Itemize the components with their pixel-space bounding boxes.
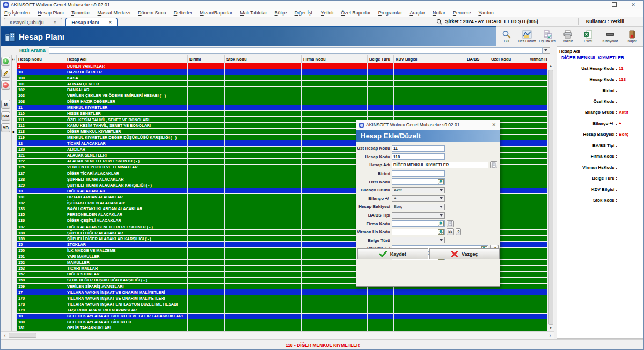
column-header-6[interactable]: Belge Türü xyxy=(368,55,394,63)
field-input[interactable] xyxy=(392,170,445,177)
menu-item-mali-tablolar[interactable]: Mali Tablolar xyxy=(236,10,270,16)
column-header-10[interactable]: Virman H xyxy=(528,55,547,63)
menu-item-pencere[interactable]: Pencere xyxy=(449,10,475,16)
maximize-icon[interactable] xyxy=(608,2,620,8)
table-row[interactable]: 100KASA xyxy=(12,75,554,81)
menu-item-yard-m[interactable]: Yardım xyxy=(474,10,497,16)
column-header-3[interactable]: Birimi xyxy=(188,55,225,63)
column-header-9[interactable]: Özel Kodu xyxy=(489,55,528,63)
edit-button[interactable] xyxy=(1,69,10,78)
table-row[interactable]: 11MENKUL KIYMETLER xyxy=(12,105,554,111)
field-input[interactable] xyxy=(392,220,445,227)
cell: 108 xyxy=(17,99,65,105)
column-header-1[interactable]: Hesap Kodu xyxy=(17,55,65,63)
field-select[interactable] xyxy=(392,212,445,219)
menu-item-defterler[interactable]: Defterler xyxy=(170,10,196,16)
table-row[interactable]: 108DİĞER HAZIR DEĞERLER xyxy=(12,99,554,105)
doc-button[interactable] xyxy=(447,220,454,227)
horizontal-scrollbar[interactable]: ‹ › xyxy=(1,331,554,339)
table-row[interactable]: 10HAZIR DEĞERLER xyxy=(12,69,554,75)
toolbar-button-hes-durum[interactable]: Hes.Durum xyxy=(517,27,537,46)
field-input[interactable]: 11 xyxy=(392,145,445,152)
scroll-down-icon[interactable]: ▼ xyxy=(549,325,552,331)
field-select[interactable] xyxy=(392,237,445,243)
vertical-scrollbar[interactable]: ▲ ▼ xyxy=(547,63,554,331)
table-row[interactable]: 181GELİR TAHAKKUKLARI xyxy=(12,325,554,331)
toolbar-button-k-sayollar[interactable]: Kısayollar xyxy=(600,27,620,46)
menu-item-ara-lar[interactable]: Araçlar xyxy=(406,10,429,16)
scroll-left-icon[interactable]: ‹ xyxy=(1,333,9,338)
toolbar-button-fi-hrk-leri[interactable]: Fiş Hrk.leri xyxy=(537,27,558,46)
scroll-up-icon[interactable]: ▲ xyxy=(549,63,552,69)
toolbar-button-yazd-r[interactable]: Yazdır xyxy=(558,27,578,46)
field-select[interactable]: Borç xyxy=(392,204,445,210)
tab-hesap-plani[interactable]: Hesap Planı ✕ xyxy=(65,18,118,26)
sidebar-button-km[interactable]: KM xyxy=(1,111,10,121)
menu-item-masraf-merkezi[interactable]: Masraf Merkezi xyxy=(94,10,135,16)
menu-item-yetkili[interactable]: Yetkili xyxy=(317,10,337,16)
menu-item-di-er-i-l-[interactable]: Diğer İşl. xyxy=(291,10,318,16)
table-row[interactable]: 180GELECEK AYLARA AİT GİDERLER xyxy=(12,319,554,325)
menu-item-programlar[interactable]: Programlar xyxy=(375,10,406,16)
toolbar-button-kapat[interactable]: Kapat xyxy=(622,27,642,46)
table-row[interactable]: 101ALINAN ÇEKLER xyxy=(12,81,554,87)
table-row[interactable]: 179TAŞERONLARA VERİLEN AVANSLAR xyxy=(12,307,554,313)
vazgec-button[interactable]: Vazgeç xyxy=(429,248,500,259)
menu-item--zel-raporlar[interactable]: Özel Raporlar xyxy=(337,10,375,16)
tab-kisayol-cubugu[interactable]: Kısayol Çubuğu ✕ xyxy=(4,18,62,26)
lookup-icon[interactable] xyxy=(438,179,444,184)
info-field-label: Özel Kodu : xyxy=(559,99,617,104)
table-row[interactable]: 178YILLARA YAYGIN İNŞAAT ENFLASYON DÜZEL… xyxy=(12,301,554,307)
menu-item-tan-mlar[interactable]: Tanımlar xyxy=(68,10,94,16)
menu-item-notlar[interactable]: Notlar xyxy=(429,10,449,16)
scroll-right-icon[interactable]: › xyxy=(546,333,554,338)
delete-button[interactable]: − xyxy=(1,80,10,90)
minimize-icon[interactable] xyxy=(589,2,601,8)
help-button[interactable]: ? xyxy=(456,228,461,235)
table-row[interactable]: 110HİSSE SENETLER xyxy=(12,111,554,117)
menu-item-hesap-plan-[interactable]: Hesap Planı xyxy=(34,10,68,16)
toolbar-button-excel[interactable]: Excel xyxy=(578,27,598,46)
forward-button[interactable]: >> xyxy=(447,228,454,235)
table-row[interactable]: 17YILLARA YAYGIN İNŞAAT VE ONARIM MALİYE… xyxy=(12,289,554,295)
toolbar-button-bul[interactable]: Bul xyxy=(496,27,517,46)
column-header-8[interactable]: BA/BS xyxy=(465,55,489,63)
row-marker xyxy=(12,289,17,295)
column-header-7[interactable]: KDV Bilgisi xyxy=(394,55,465,63)
kaydet-button[interactable]: Kaydet xyxy=(357,248,428,259)
lookup-icon[interactable] xyxy=(438,221,444,226)
sidebar-button-m[interactable]: M xyxy=(1,100,10,109)
quick-search-input[interactable] xyxy=(49,47,543,54)
doc-button[interactable] xyxy=(490,161,497,168)
scrollbar-thumb[interactable] xyxy=(548,70,553,325)
column-header-2[interactable]: Hesap Adı xyxy=(65,55,188,63)
table-row[interactable]: 102BANKALAR xyxy=(12,87,554,93)
quick-search-dropdown[interactable] xyxy=(543,47,550,54)
menu-item-d-nem-sonu[interactable]: Dönem Sonu xyxy=(134,10,170,16)
menu-item-mizan-raporlar[interactable]: Mizan/Raporlar xyxy=(196,10,236,16)
cell xyxy=(225,212,302,218)
account-info-panel: Hesap Adı DİĞER MENKUL KIYMETLER Üst Hes… xyxy=(557,46,644,339)
table-row[interactable]: 170YILLARA YAYGIN İNŞAAT VE ONARIM MALİY… xyxy=(12,295,554,301)
scrollbar-thumb[interactable] xyxy=(9,333,36,338)
tab-close-icon[interactable]: ✕ xyxy=(108,20,112,25)
table-row[interactable]: 103VERİLEN ÇEKLER VE ÖDEME EMİRLERİ HESA… xyxy=(12,93,554,99)
dialog-close-icon[interactable]: ✕ xyxy=(492,122,500,128)
field-input[interactable] xyxy=(392,229,445,235)
field-input[interactable] xyxy=(392,178,445,185)
column-header-5[interactable]: Firma Kodu xyxy=(302,55,368,63)
column-header-4[interactable]: Stok Kodu xyxy=(225,55,302,63)
menu-item-b-t-e[interactable]: Bütçe xyxy=(271,10,291,16)
sidebar-button-yd[interactable]: YD xyxy=(1,123,10,132)
field-input[interactable]: 118 xyxy=(392,153,445,160)
lookup-icon[interactable] xyxy=(438,229,444,235)
field-input[interactable]: DİĞER MENKUL KIYMETLER xyxy=(392,162,488,168)
add-button[interactable]: + xyxy=(1,57,10,66)
menu-item-fi-i-lemleri[interactable]: Fiş İşlemleri xyxy=(1,10,34,16)
close-icon[interactable]: ✕ xyxy=(627,2,639,8)
tab-close-icon[interactable]: ✕ xyxy=(54,20,57,25)
table-row[interactable]: 18GELECEK AYLARA AİT GİDERLER VE GELİR T… xyxy=(12,314,554,319)
table-row[interactable]: 1DÖNEN VARLIKLAR xyxy=(12,63,554,69)
field-select[interactable]: + xyxy=(392,195,445,202)
field-select[interactable]: Aktif xyxy=(392,187,445,193)
